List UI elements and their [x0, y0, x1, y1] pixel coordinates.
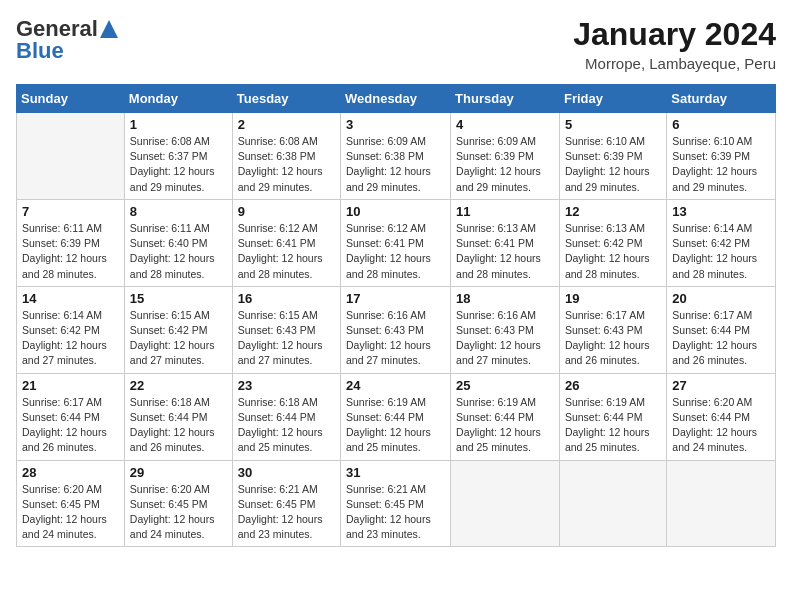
day-info: Sunrise: 6:19 AMSunset: 6:44 PMDaylight:… [346, 395, 445, 456]
day-info: Sunrise: 6:16 AMSunset: 6:43 PMDaylight:… [346, 308, 445, 369]
calendar-day-header: Sunday [17, 85, 125, 113]
title-block: January 2024 Morrope, Lambayeque, Peru [573, 16, 776, 72]
day-number: 1 [130, 117, 227, 132]
calendar-cell: 13Sunrise: 6:14 AMSunset: 6:42 PMDayligh… [667, 199, 776, 286]
day-number: 29 [130, 465, 227, 480]
day-info: Sunrise: 6:11 AMSunset: 6:40 PMDaylight:… [130, 221, 227, 282]
calendar-week-row: 28Sunrise: 6:20 AMSunset: 6:45 PMDayligh… [17, 460, 776, 547]
page-header: General Blue January 2024 Morrope, Lamba… [16, 16, 776, 72]
day-number: 19 [565, 291, 661, 306]
day-info: Sunrise: 6:12 AMSunset: 6:41 PMDaylight:… [346, 221, 445, 282]
calendar-cell: 25Sunrise: 6:19 AMSunset: 6:44 PMDayligh… [451, 373, 560, 460]
calendar-cell [559, 460, 666, 547]
day-info: Sunrise: 6:16 AMSunset: 6:43 PMDaylight:… [456, 308, 554, 369]
calendar-cell: 20Sunrise: 6:17 AMSunset: 6:44 PMDayligh… [667, 286, 776, 373]
day-info: Sunrise: 6:09 AMSunset: 6:38 PMDaylight:… [346, 134, 445, 195]
calendar-cell: 4Sunrise: 6:09 AMSunset: 6:39 PMDaylight… [451, 113, 560, 200]
day-info: Sunrise: 6:08 AMSunset: 6:37 PMDaylight:… [130, 134, 227, 195]
calendar-week-row: 7Sunrise: 6:11 AMSunset: 6:39 PMDaylight… [17, 199, 776, 286]
day-number: 24 [346, 378, 445, 393]
day-number: 11 [456, 204, 554, 219]
calendar-table: SundayMondayTuesdayWednesdayThursdayFrid… [16, 84, 776, 547]
day-info: Sunrise: 6:11 AMSunset: 6:39 PMDaylight:… [22, 221, 119, 282]
calendar-week-row: 21Sunrise: 6:17 AMSunset: 6:44 PMDayligh… [17, 373, 776, 460]
day-number: 15 [130, 291, 227, 306]
day-number: 8 [130, 204, 227, 219]
calendar-cell [667, 460, 776, 547]
day-info: Sunrise: 6:13 AMSunset: 6:42 PMDaylight:… [565, 221, 661, 282]
calendar-cell: 10Sunrise: 6:12 AMSunset: 6:41 PMDayligh… [341, 199, 451, 286]
logo: General Blue [16, 16, 118, 64]
calendar-cell: 8Sunrise: 6:11 AMSunset: 6:40 PMDaylight… [124, 199, 232, 286]
logo-triangle-icon [100, 20, 118, 38]
calendar-cell: 18Sunrise: 6:16 AMSunset: 6:43 PMDayligh… [451, 286, 560, 373]
calendar-cell: 15Sunrise: 6:15 AMSunset: 6:42 PMDayligh… [124, 286, 232, 373]
calendar-cell: 9Sunrise: 6:12 AMSunset: 6:41 PMDaylight… [232, 199, 340, 286]
day-number: 18 [456, 291, 554, 306]
calendar-header-row: SundayMondayTuesdayWednesdayThursdayFrid… [17, 85, 776, 113]
day-number: 21 [22, 378, 119, 393]
calendar-cell: 7Sunrise: 6:11 AMSunset: 6:39 PMDaylight… [17, 199, 125, 286]
logo-blue: Blue [16, 38, 64, 64]
calendar-cell: 17Sunrise: 6:16 AMSunset: 6:43 PMDayligh… [341, 286, 451, 373]
day-info: Sunrise: 6:19 AMSunset: 6:44 PMDaylight:… [456, 395, 554, 456]
day-info: Sunrise: 6:20 AMSunset: 6:45 PMDaylight:… [130, 482, 227, 543]
day-number: 6 [672, 117, 770, 132]
day-number: 3 [346, 117, 445, 132]
day-info: Sunrise: 6:14 AMSunset: 6:42 PMDaylight:… [672, 221, 770, 282]
calendar-week-row: 1Sunrise: 6:08 AMSunset: 6:37 PMDaylight… [17, 113, 776, 200]
calendar-cell: 1Sunrise: 6:08 AMSunset: 6:37 PMDaylight… [124, 113, 232, 200]
calendar-day-header: Wednesday [341, 85, 451, 113]
calendar-cell: 21Sunrise: 6:17 AMSunset: 6:44 PMDayligh… [17, 373, 125, 460]
day-info: Sunrise: 6:21 AMSunset: 6:45 PMDaylight:… [238, 482, 335, 543]
calendar-day-header: Friday [559, 85, 666, 113]
day-info: Sunrise: 6:13 AMSunset: 6:41 PMDaylight:… [456, 221, 554, 282]
calendar-cell: 5Sunrise: 6:10 AMSunset: 6:39 PMDaylight… [559, 113, 666, 200]
month-title: January 2024 [573, 16, 776, 53]
calendar-week-row: 14Sunrise: 6:14 AMSunset: 6:42 PMDayligh… [17, 286, 776, 373]
day-info: Sunrise: 6:15 AMSunset: 6:43 PMDaylight:… [238, 308, 335, 369]
day-info: Sunrise: 6:18 AMSunset: 6:44 PMDaylight:… [238, 395, 335, 456]
day-number: 16 [238, 291, 335, 306]
day-number: 28 [22, 465, 119, 480]
calendar-cell: 30Sunrise: 6:21 AMSunset: 6:45 PMDayligh… [232, 460, 340, 547]
calendar-cell: 16Sunrise: 6:15 AMSunset: 6:43 PMDayligh… [232, 286, 340, 373]
day-number: 23 [238, 378, 335, 393]
calendar-cell [451, 460, 560, 547]
day-number: 26 [565, 378, 661, 393]
day-info: Sunrise: 6:19 AMSunset: 6:44 PMDaylight:… [565, 395, 661, 456]
calendar-cell: 19Sunrise: 6:17 AMSunset: 6:43 PMDayligh… [559, 286, 666, 373]
day-number: 20 [672, 291, 770, 306]
day-number: 31 [346, 465, 445, 480]
day-number: 4 [456, 117, 554, 132]
day-info: Sunrise: 6:12 AMSunset: 6:41 PMDaylight:… [238, 221, 335, 282]
calendar-cell: 26Sunrise: 6:19 AMSunset: 6:44 PMDayligh… [559, 373, 666, 460]
day-number: 7 [22, 204, 119, 219]
day-number: 30 [238, 465, 335, 480]
day-number: 9 [238, 204, 335, 219]
calendar-cell: 11Sunrise: 6:13 AMSunset: 6:41 PMDayligh… [451, 199, 560, 286]
day-info: Sunrise: 6:09 AMSunset: 6:39 PMDaylight:… [456, 134, 554, 195]
calendar-cell: 24Sunrise: 6:19 AMSunset: 6:44 PMDayligh… [341, 373, 451, 460]
day-info: Sunrise: 6:10 AMSunset: 6:39 PMDaylight:… [672, 134, 770, 195]
day-number: 2 [238, 117, 335, 132]
day-number: 10 [346, 204, 445, 219]
day-number: 5 [565, 117, 661, 132]
day-number: 12 [565, 204, 661, 219]
calendar-cell [17, 113, 125, 200]
calendar-day-header: Thursday [451, 85, 560, 113]
calendar-cell: 29Sunrise: 6:20 AMSunset: 6:45 PMDayligh… [124, 460, 232, 547]
day-info: Sunrise: 6:17 AMSunset: 6:44 PMDaylight:… [672, 308, 770, 369]
calendar-day-header: Monday [124, 85, 232, 113]
day-info: Sunrise: 6:18 AMSunset: 6:44 PMDaylight:… [130, 395, 227, 456]
day-info: Sunrise: 6:14 AMSunset: 6:42 PMDaylight:… [22, 308, 119, 369]
day-info: Sunrise: 6:08 AMSunset: 6:38 PMDaylight:… [238, 134, 335, 195]
calendar-cell: 27Sunrise: 6:20 AMSunset: 6:44 PMDayligh… [667, 373, 776, 460]
calendar-cell: 23Sunrise: 6:18 AMSunset: 6:44 PMDayligh… [232, 373, 340, 460]
svg-marker-0 [100, 20, 118, 38]
calendar-cell: 2Sunrise: 6:08 AMSunset: 6:38 PMDaylight… [232, 113, 340, 200]
day-info: Sunrise: 6:20 AMSunset: 6:45 PMDaylight:… [22, 482, 119, 543]
calendar-day-header: Saturday [667, 85, 776, 113]
calendar-cell: 3Sunrise: 6:09 AMSunset: 6:38 PMDaylight… [341, 113, 451, 200]
calendar-day-header: Tuesday [232, 85, 340, 113]
